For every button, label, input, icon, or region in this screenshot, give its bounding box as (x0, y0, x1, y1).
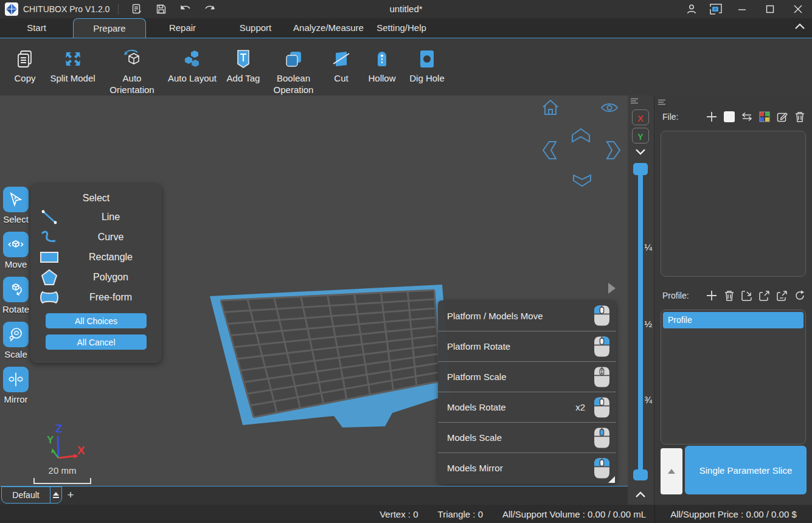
hollow-button[interactable]: Hollow (360, 38, 404, 95)
tool-select[interactable]: Select (1, 187, 30, 224)
select-option-line[interactable]: Line (30, 207, 162, 227)
layer-slider-strip: X Y ¼ ½ ¾ (628, 95, 654, 505)
select-all-square-icon[interactable] (723, 111, 735, 123)
chitubox-window: CHITUBOX Pro V1.2.0 (0, 0, 812, 523)
platform-tab-default[interactable]: Default (1, 487, 62, 504)
tool-rotate[interactable]: Rotate (1, 277, 30, 314)
mirror-x-button[interactable]: X (632, 109, 649, 125)
dig-hole-icon (418, 47, 435, 71)
split-model-button[interactable]: Split Model (44, 38, 102, 95)
up-triangle-icon (668, 469, 675, 474)
share-profile-icon[interactable] (776, 289, 788, 302)
panel-expand-arrow-icon[interactable] (608, 283, 616, 294)
mouse-guide-row: Platform Rotate (438, 331, 616, 361)
select-option-polygon[interactable]: Polygon (30, 267, 162, 287)
add-platform-button[interactable]: + (64, 489, 77, 501)
layer-range-track[interactable] (638, 170, 643, 480)
dig-hole-button[interactable]: Dig Hole (404, 38, 450, 95)
auto-layout-icon (182, 47, 202, 71)
profile-list-item-selected[interactable]: Profile (663, 312, 803, 328)
delete-file-icon[interactable] (794, 111, 806, 123)
mouse-scroll-wheel-icon (594, 366, 610, 388)
auto-orientation-button[interactable]: Auto Orientation (102, 38, 162, 95)
close-button[interactable] (784, 0, 812, 18)
viewport-3d[interactable]: Select Move (0, 95, 628, 486)
add-file-icon[interactable] (706, 111, 718, 123)
tool-sidebar: Select Move (1, 187, 30, 412)
panel-menu-icon[interactable] (658, 99, 666, 105)
slider-top-chevron-icon[interactable] (634, 148, 647, 155)
tab-prepare[interactable]: Prepare (73, 18, 146, 38)
mirror-tool-icon (3, 367, 29, 392)
cut-button[interactable]: Cut (322, 38, 360, 95)
single-parameter-slice-button[interactable]: Single Parameter Slice (685, 446, 807, 494)
select-option-free-form[interactable]: Free-form (30, 287, 162, 307)
tool-mirror[interactable]: Mirror (1, 367, 30, 404)
boolean-operation-button[interactable]: Boolean Operation (265, 38, 322, 95)
tab-analyze-measure[interactable]: Analyze/Measure (292, 18, 365, 38)
rotate-down-arrow-icon[interactable] (571, 173, 594, 188)
mouse-guide-row: Models Mirror (438, 452, 616, 483)
visibility-eye-icon[interactable] (600, 102, 619, 114)
tab-repair[interactable]: Repair (146, 18, 219, 38)
profile-section-label: Profile: (662, 291, 689, 300)
account-icon[interactable] (681, 1, 702, 17)
mirror-y-button[interactable]: Y (632, 128, 649, 144)
all-cancel-button[interactable]: All Cancel (46, 334, 147, 350)
home-view-icon[interactable] (541, 99, 560, 117)
slider-bottom-chevron-icon[interactable] (634, 491, 647, 498)
panel-resize-handle[interactable] (608, 476, 615, 483)
import-profile-icon[interactable] (741, 289, 753, 302)
rotate-right-arrow-icon[interactable] (606, 139, 622, 162)
menu-tab-row: Start Prepare Repair Support Analyze/Mea… (0, 18, 812, 38)
delete-profile-icon[interactable] (723, 289, 735, 302)
select-tool-icon (3, 187, 29, 212)
select-option-curve[interactable]: Curve (30, 227, 162, 247)
tab-support[interactable]: Support (219, 18, 292, 38)
file-list[interactable] (661, 131, 806, 277)
scale-bar: 20 mm (33, 465, 91, 484)
tab-setting-help[interactable]: Setting/Help (365, 18, 438, 38)
tab-start[interactable]: Start (0, 18, 73, 38)
vertex-count: Vertex : 0 (380, 509, 418, 519)
invert-selection-icon[interactable] (741, 111, 753, 123)
new-project-icon[interactable] (127, 1, 147, 17)
undo-icon[interactable] (175, 1, 196, 17)
eject-platform-icon[interactable] (50, 487, 61, 503)
profile-toolbar (706, 289, 806, 302)
copy-icon (15, 47, 35, 71)
layer-range-top-handle[interactable] (633, 163, 648, 175)
tool-move[interactable]: Move (1, 232, 30, 269)
x-axis-label: X (77, 444, 85, 457)
mouse-both-buttons-icon (594, 457, 610, 479)
price-readout: All/Support Price : 0.00 / 0.00 $ (655, 509, 812, 519)
auto-layout-button[interactable]: Auto Layout (162, 38, 222, 95)
rename-icon[interactable] (776, 111, 788, 123)
profile-list[interactable]: Profile (661, 310, 806, 445)
collapse-ribbon-icon[interactable] (794, 22, 807, 34)
rectangle-icon (30, 250, 68, 265)
select-option-rectangle[interactable]: Rectangle (30, 247, 162, 267)
slice-mode-toggle[interactable] (661, 448, 682, 494)
redo-icon[interactable] (200, 1, 220, 17)
sync-profile-icon[interactable] (794, 289, 806, 302)
minimize-button[interactable] (728, 0, 756, 18)
copy-button[interactable]: Copy (6, 38, 44, 95)
add-profile-icon[interactable] (706, 289, 718, 302)
export-profile-icon[interactable] (758, 289, 771, 302)
strip-menu-icon[interactable] (630, 98, 639, 104)
all-choices-button[interactable]: All Choices (46, 313, 147, 328)
mouse-left-button-icon (594, 305, 610, 327)
layer-range-bottom-handle[interactable] (633, 469, 648, 480)
tool-scale[interactable]: Scale (1, 322, 30, 359)
screenshot-icon[interactable] (706, 1, 726, 17)
free-form-icon (30, 289, 68, 305)
rotate-up-arrow-icon[interactable] (569, 127, 592, 143)
save-icon[interactable] (151, 1, 172, 17)
mouse-guide-row: Platform Scale (438, 361, 616, 392)
maximize-button[interactable] (756, 0, 784, 18)
add-tag-button[interactable]: Add Tag (222, 38, 265, 95)
rotate-tool-icon (3, 277, 29, 302)
rotate-left-arrow-icon[interactable] (541, 139, 557, 162)
color-group-icon[interactable] (758, 111, 771, 123)
